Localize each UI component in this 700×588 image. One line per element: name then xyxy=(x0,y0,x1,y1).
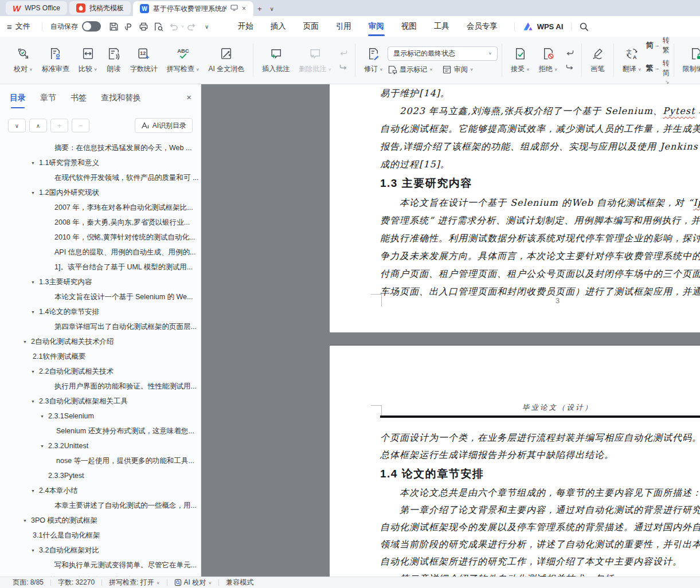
sidebar-tab[interactable]: 书签 xyxy=(71,93,87,108)
autosave-toggle[interactable] xyxy=(82,21,101,32)
toc-item[interactable]: ▼ 第四章详细写出了自动化测试框架的页面层... xyxy=(0,319,201,334)
undo-options-caret[interactable]: ∨ xyxy=(181,25,185,28)
tab-wps-office[interactable]: W WPS Office xyxy=(6,1,67,15)
collapse-triangle-icon[interactable]: ▼ xyxy=(31,280,39,284)
toc-item[interactable]: ▼ 1.2国内外研究现状 xyxy=(0,185,201,200)
collapse-triangle-icon[interactable]: ▼ xyxy=(31,399,39,403)
markup-state-dropdown[interactable]: 显示标记的最终状态∨ xyxy=(388,46,498,61)
translate-button[interactable]: 文 A 翻译∨ xyxy=(618,46,646,74)
document-page-4[interactable]: 毕业论文（设计） 个页面设计为一个类，在业务层进行流程封装并编写相应自动化测试代… xyxy=(330,346,700,577)
document-page-3[interactable]: 易于维护[14]。 2023 年马立鑫,刘海燕,张兵权介绍了一个基于 Selen… xyxy=(330,84,700,332)
more-commands-chevron[interactable]: ∨ xyxy=(200,19,214,33)
close-sidebar-icon[interactable]: × xyxy=(186,92,191,107)
collapse-triangle-icon[interactable]: ▼ xyxy=(31,548,39,552)
tab-zhaogaoke[interactable]: 找稿壳模板 xyxy=(69,1,131,15)
collapse-triangle-icon[interactable]: ▼ xyxy=(31,310,39,314)
tab-list-chevron[interactable]: ∨ xyxy=(266,1,278,16)
sidebar-tab[interactable]: 章节 xyxy=(40,93,56,108)
toc-item[interactable]: ▼ 2010 年，倪铭,黄萍针对传统的测试自动化... xyxy=(0,230,201,245)
toc-item[interactable]: ▼ 1.4论文的章节安排 xyxy=(0,304,201,319)
collapse-triangle-icon[interactable]: ▼ xyxy=(31,161,39,165)
insert-comment-button[interactable]: 插入批注 xyxy=(257,46,294,74)
collapse-triangle-icon[interactable]: ▼ xyxy=(31,191,39,195)
hamburger-menu-icon[interactable]: ≡ xyxy=(7,22,12,32)
toc-item[interactable]: ▼ 2007 年，李玮在对各种自动化测试框架比... xyxy=(0,200,201,215)
toc-item[interactable]: ▼ nose 等一起使用，提供更多的功能和工具... xyxy=(0,453,201,468)
standard-review-button[interactable]: 标准审查 xyxy=(37,46,74,74)
accept-change-button[interactable]: 接受∨ xyxy=(506,46,534,74)
word-count-button[interactable]: 12 字数统计 xyxy=(126,46,162,74)
toc-item[interactable]: ▼ API 信息的提取、用例的自动生成、用例的... xyxy=(0,245,201,260)
toc-item[interactable]: ▼ 1]。该平台结合了基于 UML 模型的测试用... xyxy=(0,260,201,275)
toc-item[interactable]: ▼ 2.3.3Pytest xyxy=(0,468,201,483)
print-icon[interactable] xyxy=(136,19,151,33)
proofread-button[interactable]: 校对∨ xyxy=(9,46,37,74)
menu-item[interactable]: 视图 xyxy=(393,16,425,37)
ai-recognize-toc-button[interactable]: AI识别目录 xyxy=(135,118,193,133)
save-icon[interactable] xyxy=(107,19,122,33)
sidebar-tab[interactable]: 目录 xyxy=(10,93,26,108)
ai-proofread-status[interactable]: AI 校对∨ xyxy=(167,578,219,587)
group-expander-icon[interactable]: ↘ xyxy=(665,79,670,84)
menu-item[interactable]: 工具 xyxy=(425,16,458,37)
toc-item[interactable]: ▼ 本论文旨在设计一个基于 Selenium 的 We... xyxy=(0,289,201,304)
spell-check-button[interactable]: ABC 拼写检查∨ xyxy=(162,46,204,74)
toc-item[interactable]: ▼ 2.3.2Unittest xyxy=(0,438,201,453)
menu-item[interactable]: 页面 xyxy=(295,16,327,37)
file-menu[interactable]: 文件 xyxy=(15,21,30,32)
toc-item[interactable]: ▼ 2.3自动化测试框架相关工具 xyxy=(0,394,201,409)
menu-item[interactable]: 开始 xyxy=(229,16,262,37)
previous-change-icon[interactable] xyxy=(565,49,574,58)
toc-item[interactable]: ▼ 执行用户界面的功能和验证。性性能测试用... xyxy=(0,379,201,394)
ink-button[interactable]: 画笔 xyxy=(586,46,609,74)
previous-heading-button[interactable]: ∧ xyxy=(29,119,47,132)
restrict-editing-button[interactable]: 限制编辑 xyxy=(678,46,700,74)
sidebar-tab[interactable]: 查找和替换 xyxy=(101,93,141,108)
collapse-triangle-icon[interactable]: ▼ xyxy=(23,519,31,523)
toc-item[interactable]: ▼ 写和执行单元测试变得简单。尽管它在单元... xyxy=(0,558,201,573)
menu-item[interactable]: 会员专享 xyxy=(458,16,506,37)
traditional-to-simplified-button[interactable]: 繁→ 转简 xyxy=(646,58,670,78)
compare-button[interactable]: 比较∨ xyxy=(74,46,102,74)
collapse-triangle-icon[interactable]: ▼ xyxy=(31,370,39,374)
close-tab-icon[interactable]: × xyxy=(242,5,246,13)
review-pane-button[interactable]: 审阅∨ xyxy=(442,65,474,75)
menu-item[interactable]: 插入 xyxy=(262,16,295,37)
toc-item[interactable]: ▼ 本章主要讲述了自动化测试的一些概念，用... xyxy=(0,498,201,513)
export-pdf-icon[interactable] xyxy=(122,19,136,33)
next-change-icon[interactable] xyxy=(565,63,574,72)
print-preview-icon[interactable] xyxy=(151,19,166,33)
redo-icon[interactable] xyxy=(185,19,200,33)
collapse-triangle-icon[interactable]: ▼ xyxy=(23,340,31,344)
reject-change-button[interactable]: 拒绝∨ xyxy=(534,46,562,74)
collapse-triangle-icon[interactable]: ▼ xyxy=(40,414,48,418)
menu-item[interactable]: 引用 xyxy=(327,16,360,37)
toc-item[interactable]: ▼ 摘要：在信息技术迅猛发展的今天，Web ... xyxy=(0,140,201,155)
toc-item[interactable]: ▼ 2.1软件测试概要 xyxy=(0,349,201,364)
next-comment-icon[interactable] xyxy=(339,63,348,72)
track-changes-button[interactable]: 修订∨ xyxy=(359,46,388,74)
toc-item[interactable]: ▼ 2.2自动化测试相关技术 xyxy=(0,364,201,379)
menu-item[interactable]: 审阅 xyxy=(360,16,393,37)
new-tab-button[interactable]: + xyxy=(253,1,266,16)
simplified-to-traditional-button[interactable]: 简→ 转繁 xyxy=(646,37,670,55)
document-canvas[interactable]: 易于维护[14]。 2023 年马立鑫,刘海燕,张兵权介绍了一个基于 Selen… xyxy=(201,84,700,577)
toc-item[interactable]: ▼ 2自动化测试相关技术介绍 xyxy=(0,334,201,349)
read-aloud-button[interactable]: 朗读 xyxy=(102,46,126,74)
tab-document-active[interactable]: W 基于停车收费管理系统的自动 × xyxy=(133,1,253,16)
next-heading-button[interactable]: ∨ xyxy=(8,119,26,132)
spellcheck-status[interactable]: 拼写检查: 打开∨ xyxy=(102,578,167,587)
toc-item[interactable]: ▼ 1.1研究背景和意义 xyxy=(0,155,201,170)
undo-icon[interactable] xyxy=(166,19,181,33)
toc-item[interactable]: ▼ 3.2自动化框架对比 xyxy=(0,543,201,558)
toc-item[interactable]: ▼ Selenium 还支持分布式测试，这意味着您... xyxy=(0,424,201,438)
wps-ai-button[interactable]: WPS AI xyxy=(519,22,567,31)
toc-item[interactable]: ▼ 3.3基于 PO 模式的自动化框架 xyxy=(0,573,201,577)
toc-item[interactable]: ▼ 3.1什么是自动化框架 xyxy=(0,528,201,543)
toc-item[interactable]: ▼ 在现代软件开发领域，软件产品的质量和可 ... xyxy=(0,170,201,185)
toc-item[interactable]: ▼ 2008 年，秦大勇,吴向东,罗省贤以银行业... xyxy=(0,215,201,230)
show-markup-button[interactable]: 显示标记∨ xyxy=(388,65,433,75)
ai-polish-button[interactable]: AI 全文润色 xyxy=(204,46,249,74)
screen-share-icon[interactable] xyxy=(230,5,238,13)
toc-item[interactable]: ▼ 1.3主要研究内容 xyxy=(0,275,201,289)
